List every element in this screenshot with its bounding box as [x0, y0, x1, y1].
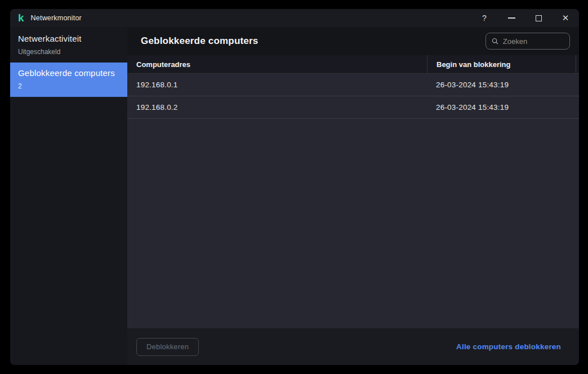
minimize-icon — [508, 17, 515, 19]
sidebar-item-label: Netwerkactiviteit — [18, 34, 119, 43]
sidebar-item-geblokkeerde-computers[interactable]: Geblokkeerde computers 2 — [10, 63, 127, 97]
sidebar: Netwerkactiviteit Uitgeschakeld Geblokke… — [10, 27, 127, 365]
cell-computer-address: 192.168.0.1 — [127, 81, 427, 89]
sidebar-item-status: Uitgeschakeld — [18, 48, 119, 56]
unblock-all-link[interactable]: Alle computers deblokkeren — [456, 342, 561, 351]
maximize-button[interactable] — [525, 9, 552, 27]
table-body: 192.168.0.1 26-03-2024 15:43:19 192.168.… — [127, 74, 579, 328]
kaspersky-logo-icon: k — [18, 12, 24, 23]
search-icon — [492, 37, 498, 45]
cell-computer-address: 192.168.0.2 — [127, 103, 427, 112]
column-header-begin-van-blokkering: Begin van blokkering — [427, 55, 576, 73]
cell-block-start: 26-03-2024 15:43:19 — [427, 103, 579, 112]
cell-block-start: 26-03-2024 15:43:19 — [427, 81, 579, 89]
close-button[interactable]: ✕ — [552, 9, 579, 27]
table-row[interactable]: 192.168.0.1 26-03-2024 15:43:19 — [127, 74, 579, 96]
table-header-gutter — [576, 55, 579, 73]
sidebar-item-netwerkactiviteit[interactable]: Netwerkactiviteit Uitgeschakeld — [10, 28, 127, 63]
column-header-computeradres: Computeradres — [127, 55, 427, 73]
maximize-icon — [536, 15, 542, 21]
page-title: Geblokkeerde computers — [141, 35, 258, 47]
help-icon: ? — [482, 14, 487, 23]
table-row[interactable]: 192.168.0.2 26-03-2024 15:43:19 — [127, 96, 579, 119]
sidebar-item-count: 2 — [18, 82, 119, 90]
search-box — [485, 33, 570, 50]
table-header: Computeradres Begin van blokkering — [127, 55, 579, 74]
window-title: Netwerkmonitor — [31, 14, 82, 22]
close-icon: ✕ — [562, 13, 569, 23]
footer-bar: Deblokkeren Alle computers deblokkeren — [127, 328, 579, 365]
sidebar-item-label: Geblokkeerde computers — [18, 68, 119, 78]
window-controls: ? ✕ — [471, 9, 579, 27]
main-header: Geblokkeerde computers — [127, 27, 579, 55]
app-window: k Netwerkmonitor ? ✕ Netwerkactiviteit U… — [10, 9, 579, 365]
main-panel: Geblokkeerde computers Computeradres Beg… — [127, 27, 579, 365]
minimize-button[interactable] — [498, 9, 525, 27]
help-button[interactable]: ? — [471, 9, 498, 27]
search-input[interactable] — [503, 37, 564, 46]
unblock-button[interactable]: Deblokkeren — [136, 338, 199, 356]
title-bar: k Netwerkmonitor ? ✕ — [10, 9, 579, 27]
